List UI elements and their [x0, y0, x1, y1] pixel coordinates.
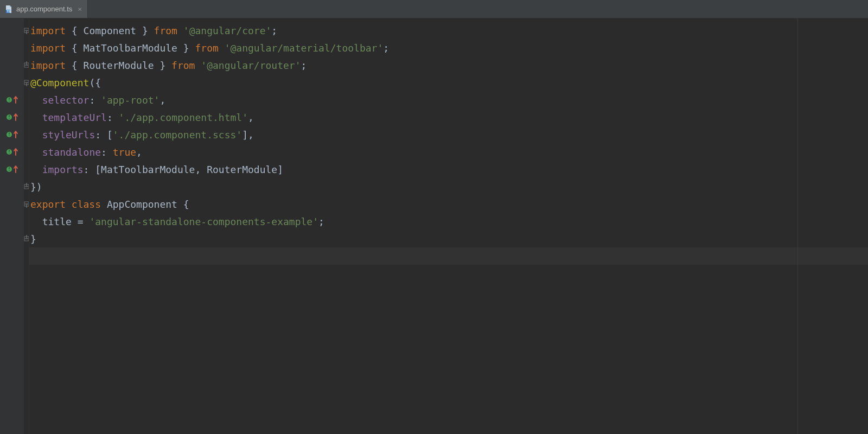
code-token: { [66, 42, 84, 54]
code-token: RouterModule [207, 164, 277, 175]
code-token: { [66, 25, 84, 36]
code-token: , [136, 146, 142, 158]
pull-up-hint-icon[interactable]: ! [0, 108, 24, 126]
code-token [30, 129, 42, 141]
code-token: '@angular/material/toolbar' [225, 42, 384, 54]
code-token: import [30, 42, 66, 54]
svg-text:!: ! [8, 98, 11, 103]
close-tab-icon[interactable]: × [78, 5, 82, 12]
code-line[interactable]: selector: 'app-root', [29, 91, 868, 108]
fold-toggle-icon[interactable] [24, 22, 29, 39]
code-line[interactable]: templateUrl: './app.component.html', [29, 108, 868, 126]
code-token: MatToolbarModule [101, 164, 195, 175]
code-line[interactable]: styleUrls: ['./app.component.scss'], [29, 126, 868, 143]
code-token: export [30, 199, 72, 210]
code-token: ] [277, 164, 283, 175]
code-token: class [72, 199, 107, 210]
code-line[interactable]: export class AppComponent { [29, 195, 868, 213]
code-line[interactable]: standalone: true, [29, 143, 868, 161]
code-token: title [42, 216, 72, 227]
code-token: : [ [84, 164, 101, 175]
fold-column [24, 18, 29, 434]
code-token: selector [42, 94, 90, 106]
code-token: , [195, 164, 207, 175]
pull-up-hint-icon[interactable]: ! [0, 126, 24, 143]
typescript-file-icon: TS [4, 5, 13, 14]
code-token: '@angular/router' [201, 60, 301, 71]
pull-up-hint-icon[interactable]: ! [0, 143, 24, 161]
code-token: import [30, 25, 66, 36]
code-line[interactable]: import { Component } from '@angular/core… [29, 22, 868, 39]
pull-up-hint-icon[interactable]: ! [0, 91, 24, 108]
code-line[interactable]: } [29, 230, 868, 247]
code-token: styleUrls [42, 129, 95, 141]
code-token: ; [271, 25, 277, 36]
svg-text:TS: TS [7, 10, 10, 13]
code-token [30, 164, 42, 175]
code-token: } [177, 42, 195, 54]
code-token: ({ [89, 77, 101, 88]
svg-text:!: ! [8, 150, 11, 155]
code-token: } [136, 25, 154, 36]
code-token [30, 216, 42, 227]
code-token: ; [301, 60, 307, 71]
code-token: ], [242, 129, 254, 141]
code-token: 'app-root' [101, 94, 159, 106]
editor-tab-bar: TS app.component.ts × [0, 0, 868, 18]
code-token: import [30, 60, 66, 71]
svg-text:!: ! [8, 132, 11, 137]
code-token: './app.component.html' [119, 112, 248, 123]
code-token: standalone [42, 146, 101, 158]
code-token: }) [30, 181, 42, 193]
svg-text:!: ! [8, 167, 11, 172]
code-token: ; [318, 216, 324, 227]
code-token: 'angular-standalone-components-example' [89, 216, 318, 227]
code-token: : [101, 146, 113, 158]
code-token [30, 146, 42, 158]
code-line[interactable]: title = 'angular-standalone-components-e… [29, 213, 868, 230]
code-token: true [113, 146, 136, 158]
code-token: from [171, 60, 201, 71]
code-line[interactable]: }) [29, 178, 868, 195]
code-token: , [248, 112, 254, 123]
code-token: from [195, 42, 224, 54]
code-token: AppComponent [107, 199, 177, 210]
code-token: : [ [95, 129, 113, 141]
code-line[interactable] [29, 247, 868, 265]
code-token: RouterModule [84, 60, 154, 71]
tab-filename: app.component.ts [16, 5, 72, 13]
code-token: from [154, 25, 183, 36]
code-line[interactable]: @Component({ [29, 74, 868, 91]
code-token: } [154, 60, 172, 71]
code-token: './app.component.scss' [113, 129, 242, 141]
code-line[interactable]: import { MatToolbarModule } from '@angul… [29, 39, 868, 56]
code-area[interactable]: import { Component } from '@angular/core… [29, 18, 868, 434]
code-token: imports [42, 164, 84, 175]
code-token: ; [383, 42, 389, 54]
code-editor[interactable]: !!!!! import { Component } from '@angula… [0, 18, 868, 434]
code-token: @Component [30, 77, 89, 88]
code-token: = [72, 216, 90, 227]
code-line[interactable]: imports: [MatToolbarModule, RouterModule… [29, 161, 868, 178]
svg-text:!: ! [8, 115, 11, 120]
code-token [30, 112, 42, 123]
code-token: : [89, 94, 101, 106]
code-token: Component [84, 25, 137, 36]
fold-toggle-icon[interactable] [24, 56, 29, 74]
code-token: MatToolbarModule [84, 42, 177, 54]
code-token: { [177, 199, 189, 210]
code-token [30, 94, 42, 106]
pull-up-hint-icon[interactable]: ! [0, 161, 24, 178]
code-token: : [107, 112, 119, 123]
fold-toggle-icon[interactable] [24, 230, 29, 247]
code-token: } [30, 233, 36, 245]
editor-tab[interactable]: TS app.component.ts × [0, 0, 88, 18]
code-line[interactable]: import { RouterModule } from '@angular/r… [29, 56, 868, 74]
code-token: templateUrl [42, 112, 107, 123]
code-token: , [159, 94, 165, 106]
fold-toggle-icon[interactable] [24, 178, 29, 195]
fold-toggle-icon[interactable] [24, 74, 29, 91]
fold-toggle-icon[interactable] [24, 195, 29, 213]
code-token: '@angular/core' [183, 25, 272, 36]
editor-gutter: !!!!! [0, 18, 24, 434]
